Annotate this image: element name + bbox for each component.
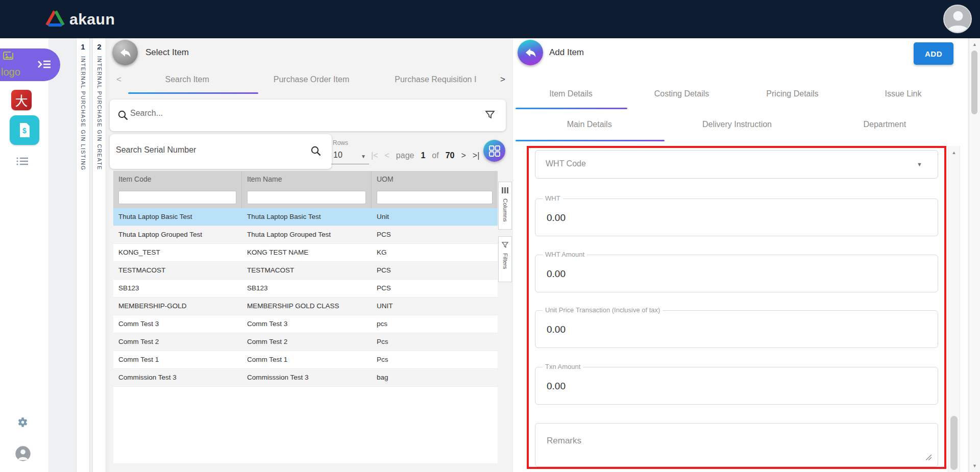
wht-amount-field[interactable]: WHT Amount 0.00 <box>535 255 938 292</box>
detail-subtabs: Main Details Delivery Instruction Depart… <box>516 120 959 129</box>
filter-icon[interactable] <box>485 110 495 121</box>
page-word: page <box>396 151 414 160</box>
active-tab-underline <box>128 92 258 94</box>
sidebar-logo-pill[interactable]: logo <box>0 48 60 81</box>
unit-price-transaction-field[interactable]: Unit Price Transaction (Inclusive of tax… <box>535 310 938 348</box>
subtab-main-details[interactable]: Main Details <box>516 120 663 129</box>
page-scrollbar[interactable]: ▲ ▼ <box>969 38 980 472</box>
back-button[interactable] <box>112 40 138 65</box>
item-source-tabs: Search Item Purchase Order Item Purchase… <box>125 75 498 84</box>
table-row[interactable]: Commission Test 3 Commisssion Test 3 bag <box>113 369 498 387</box>
filter-item-name-input[interactable] <box>247 191 366 204</box>
scroll-up-icon[interactable]: ▲ <box>969 42 980 47</box>
tabs-next-icon[interactable]: > <box>500 74 505 85</box>
search-input[interactable] <box>130 109 447 118</box>
subtab-department[interactable]: Department <box>811 120 959 129</box>
settings-gear-icon[interactable] <box>16 415 30 432</box>
table-row[interactable]: MEMBERSHIP-GOLD MEMBERSHIP GOLD CLASS UN… <box>113 297 498 315</box>
table-row[interactable]: Thuta Laptop Grouped Test Thuta Laptop G… <box>113 226 498 244</box>
rows-per-page-select[interactable]: 10 <box>333 151 342 160</box>
tab-item-details[interactable]: Item Details <box>516 89 626 98</box>
cell-item-name: Thuta Laptop Grouped Test <box>242 226 372 243</box>
wht-field[interactable]: WHT 0.00 <box>535 198 938 236</box>
brand-name: akaun <box>69 11 115 28</box>
serial-search-icon[interactable] <box>310 145 322 159</box>
tabs-prev-icon[interactable]: < <box>116 74 121 85</box>
scroll-up-icon[interactable]: ▲ <box>948 150 960 155</box>
tab-costing-details[interactable]: Costing Details <box>626 89 737 98</box>
back-button[interactable] <box>518 40 543 65</box>
cell-item-code: TESTMACOST <box>113 262 242 279</box>
pagination: |< < page 1 of 70 > >| <box>371 151 479 160</box>
first-page-button[interactable]: |< <box>371 151 378 160</box>
tab-purchase-requisition-item[interactable]: Purchase Requisition I <box>374 75 498 84</box>
scroll-down-icon[interactable]: ▼ <box>969 463 980 468</box>
user-avatar[interactable] <box>943 5 972 33</box>
search-icon <box>117 110 129 123</box>
list-menu-icon[interactable] <box>16 157 29 168</box>
profile-person-icon[interactable] <box>15 445 31 464</box>
tab-search-item[interactable]: Search Item <box>125 75 249 84</box>
workspace-tab-number: 2 <box>97 42 101 51</box>
remarks-textarea[interactable] <box>535 424 938 466</box>
cell-item-code: Comm Test 3 <box>113 315 242 333</box>
svg-text:$: $ <box>22 127 27 135</box>
cell-item-code: Comm Test 2 <box>113 333 242 351</box>
add-button[interactable]: ADD <box>914 42 953 65</box>
grid-view-button[interactable] <box>483 140 505 162</box>
columns-icon <box>502 186 508 195</box>
red-app-glyph: 大 <box>15 91 28 109</box>
scrollbar-thumb[interactable] <box>950 416 958 470</box>
of-word: of <box>432 151 438 160</box>
wht-code-dropdown[interactable]: WHT Code ▼ <box>535 150 938 179</box>
tab-pricing-details[interactable]: Pricing Details <box>737 89 848 98</box>
col-header-item-code[interactable]: Item Code <box>113 171 242 188</box>
tab-purchase-order-item[interactable]: Purchase Order Item <box>249 75 373 84</box>
cell-uom: UNIT <box>372 297 498 315</box>
serial-number-input[interactable] <box>116 145 300 155</box>
cell-item-code: Commission Test 3 <box>113 369 242 386</box>
txn-amount-field[interactable]: Txn Amount 0.00 <box>535 367 938 405</box>
filter-uom-input[interactable] <box>377 191 493 204</box>
workspace-tab-grn-listing[interactable]: 1 INTERNAL PURCHASE GIN LISTING <box>76 38 90 472</box>
dropdown-caret-icon[interactable]: ▼ <box>917 161 922 167</box>
billing-doc-icon[interactable]: $ <box>10 115 39 145</box>
table-row[interactable]: TESTMACOST TESTMACOST PCS <box>113 262 498 280</box>
col-header-uom[interactable]: UOM <box>372 171 498 188</box>
table-row[interactable]: KONG_TEST KONG TEST NAME KG <box>113 244 498 262</box>
rows-per-page-label: Rows <box>333 139 348 146</box>
scrollbar-thumb[interactable] <box>971 51 977 114</box>
subtab-delivery-instruction[interactable]: Delivery Instruction <box>663 120 811 129</box>
search-card <box>110 100 506 131</box>
wht-field-label: WHT <box>543 194 563 202</box>
remarks-field <box>535 423 938 467</box>
filter-item-code-input[interactable] <box>118 191 236 204</box>
columns-tool-tab[interactable]: Columns <box>498 182 512 230</box>
table-row[interactable]: SB123 SB123 PCS <box>113 280 498 297</box>
table-row-selected[interactable]: Thuta Laptop Basic Test Thuta Laptop Bas… <box>113 208 498 226</box>
table-row[interactable]: Comm Test 1 Comm Test 1 Pcs <box>113 351 498 369</box>
workspace-tab-label: INTERNAL PURCHASE GIN LISTING <box>80 56 86 171</box>
filters-tool-label: Filters <box>502 253 508 269</box>
col-header-item-name[interactable]: Item Name <box>242 171 372 188</box>
table-row[interactable]: Comm Test 2 Comm Test 2 Pcs <box>113 333 498 351</box>
resize-handle-icon[interactable] <box>926 453 932 462</box>
cell-item-name: Thuta Laptop Basic Test <box>242 208 372 226</box>
cell-item-name: KONG TEST NAME <box>242 244 372 261</box>
last-page-button[interactable]: >| <box>473 151 480 160</box>
filters-funnel-icon <box>502 241 508 250</box>
filters-tool-tab[interactable]: Filters <box>498 236 512 282</box>
rows-caret-down-icon[interactable]: ▼ <box>361 154 366 159</box>
next-page-button[interactable]: > <box>461 151 465 160</box>
sidebar-logo-label: logo <box>1 66 20 78</box>
txn-amount-value: 0.00 <box>547 381 566 392</box>
prev-page-button[interactable]: < <box>385 151 389 160</box>
red-app-icon[interactable]: 大 <box>11 90 32 110</box>
wht-field-value: 0.00 <box>547 212 566 223</box>
collapse-menu-icon[interactable] <box>37 58 52 73</box>
workspace-tab-number: 1 <box>81 42 85 51</box>
tab-issue-link[interactable]: Issue Link <box>848 89 959 98</box>
workspace-tab-grn-create[interactable]: 2 INTERNAL PURCHASE GIN CREATE <box>92 38 106 472</box>
form-scrollbar[interactable]: ▲ <box>948 146 960 472</box>
table-row[interactable]: Comm Test 3 Comm Test 3 pcs <box>113 315 498 333</box>
